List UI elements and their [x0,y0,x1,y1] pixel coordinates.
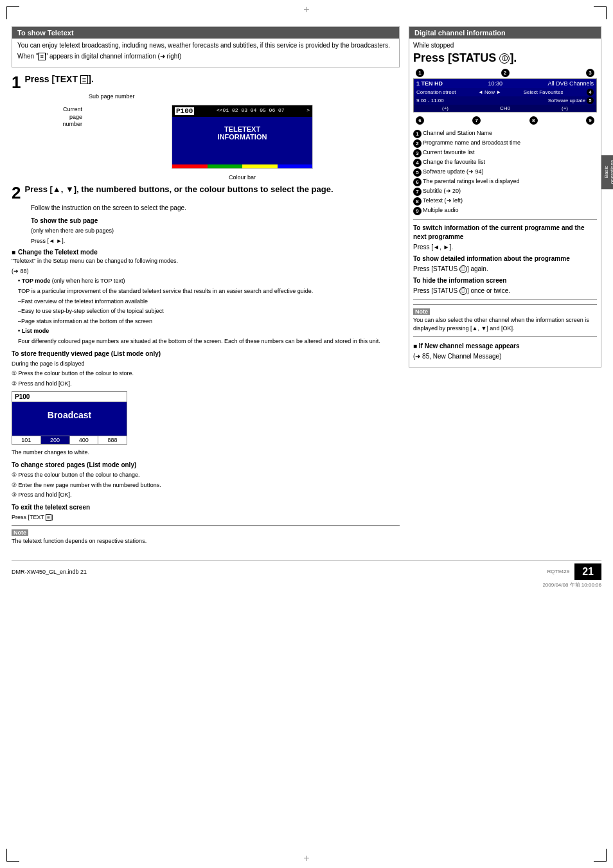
channel-row4-plus1: (+) [442,105,449,111]
callout-item-3: 3 Current favourite list [413,149,597,157]
new-channel-body: (➜ 85, New Channel Message) [413,352,597,361]
callout-item-1: 1 Channel and Station Name [413,130,597,138]
doc-number: RQT9429 [547,569,570,574]
teletext-empty-row3 [172,159,312,164]
sidebar-tab-text: Basicoperations [603,160,613,184]
broadcast-empty [12,428,127,436]
digital-note-box: Note You can also select the other chann… [413,304,597,332]
footer-date: 2009/04/08 午前 10:00:06 [12,581,601,589]
callout-text-2: Programme name and Broadcast time [423,139,520,147]
top-bar [12,13,601,19]
teletext-screen-inner: P100 <<01 02 03 04 05 06 07 > [172,105,312,117]
exit-section: To exit the teletext screen Press [TEXT … [12,503,400,522]
broadcast-footer: 101 200 400 888 [12,436,127,444]
detailed-info-heading: To show detailed information about the p… [413,254,597,263]
callout-7: 7 [472,116,481,125]
channel-row4: (+) CH0 (+) [414,105,596,112]
store-section: To store frequently viewed page (List mo… [12,350,400,457]
top-mode-desc: (only when here is TOP text) [52,278,125,284]
callout-item-4: 4 Change the favourite list [413,159,597,167]
to-show-sub-page-heading: To show the sub page [31,217,400,226]
teletext-empty-row1 [172,149,312,154]
store-heading: To store frequently viewed page (List mo… [12,350,400,359]
digital-section-box: Digital channel information While stoppe… [409,26,601,368]
while-stopped: While stopped [413,41,597,50]
step1-number: 1 [12,74,21,91]
teletext-note-box: Note The teletext function depends on re… [12,525,400,545]
callout-badge-4: 4 [413,159,422,167]
channel-row2-right: Select Favourites [524,89,564,95]
callout-8: 8 [529,116,538,125]
step2-heading: Press [▲, ▼], the numbered buttons, or t… [24,184,333,194]
channel-row1-right: All DVB Channels [547,80,594,87]
channel-row3-time: 9:00 - 11:00 [416,98,444,103]
page-number: 21 [574,563,601,580]
new-channel-heading: ■ If New channel message appears [413,342,597,351]
callout-badge-7: 7 [413,188,422,196]
broadcast-footer-200: 200 [41,436,70,444]
switch-info-heading: To switch information of the current pro… [413,224,597,242]
callout-badge-5: 5 [413,168,422,177]
detailed-info-body: Press [STATUS ⓘ] again. [413,265,597,274]
callout-4-inline: 4 [587,89,594,96]
exit-icon: ≡ [46,514,51,521]
change-teletext-intro: "Teletext" in the Setup menu can be chan… [12,257,400,265]
broadcast-content: Broadcast [12,402,127,428]
step1-text-icon: ≡ [80,75,88,84]
footer-right-group: RQT9429 21 [547,563,601,580]
callout-item-6: 6 The parental ratings level is displaye… [413,178,597,186]
store-item1: ① Press the colour button of the colour … [12,369,400,378]
channel-row1-left: 1 TEN HD [416,80,443,87]
callout-badge-9: 9 [413,207,422,215]
channel-row2: Coronation street ◄ Now ► Select Favouri… [414,88,596,96]
teletext-intro: You can enjoy teletext broadcasting, inc… [17,41,394,50]
page-outer: To show Teletext You can enjoy teletext … [0,0,613,868]
callout-text-5: Software update (➜ 94) [423,168,484,176]
step2-details: To show the sub page (only when there ar… [31,217,400,245]
callout-item-7: 7 Subtitle (➜ 20) [413,188,597,196]
callout-5-inline: 5 [587,97,594,104]
teletext-section-title: To show Teletext [17,29,74,37]
change-stored-item1: ① Press the colour button of the colour … [12,471,400,479]
broadcast-screen-header: P100 [12,392,127,402]
colour-bar-label: Colour bar [85,174,400,181]
callout-3: 3 [586,69,594,77]
teletext-screen: P100 <<01 02 03 04 05 06 07 > TELETEXTIN… [172,105,313,169]
page-footer: DMR-XW450_GL_en.indb 21 RQT9429 21 [12,560,601,580]
callout-badge-8: 8 [413,197,422,206]
store-body1: During the page is displayed [12,360,400,368]
teletext-header-right: > [306,107,310,115]
step1-header: 1 Press [TEXT ≡]. [12,74,400,91]
step1-container: 1 Press [TEXT ≡]. Sub page number Curren… [12,74,400,181]
current-page-label: Currentpagenumber [31,106,82,128]
callout-item-8: 8 Teletext (➜ left) [413,197,597,206]
hide-info-body: Press [STATUS ⓘ] once or twice. [413,287,597,296]
footer-left: DMR-XW450_GL_en.indb 21 [12,569,87,575]
channel-row2-center: ◄ Now ► [478,89,501,95]
top-mode-label-text: • TOP mode [18,278,50,284]
digital-box-content: While stopped Press [STATUS ⓘ]. 1 2 3 [409,39,601,367]
top-bar-right [600,13,601,19]
step2-container: 2 Press [▲, ▼], the numbered buttons, or… [12,184,400,245]
callout-6: 6 [416,116,424,125]
divider-3 [413,336,597,337]
callout-badge-1: 1 [413,130,422,138]
callout-item-5: 5 Software update (➜ 94) [413,168,597,177]
hide-info-heading: To hide the information screen [413,276,597,285]
channel-row3-right: Software update [548,98,585,103]
new-channel-section: ■ If New channel message appears (➜ 85, … [413,342,597,361]
list-mode-section: • List mode Four differently coloured pa… [18,327,400,345]
list-mode-body: Four differently coloured page numbers a… [18,337,400,346]
sidebar-tab: Basicoperations [601,155,613,189]
step1-left-labels: Currentpagenumber [31,101,82,128]
callout-text-1: Channel and Station Name [423,130,492,137]
exit-heading: To exit the teletext screen [12,503,400,512]
sub-page-label: Sub page number [89,93,400,100]
teletext-when: When "≡" appears in digital channel info… [17,52,394,61]
broadcast-footer-888: 888 [98,436,127,444]
change-teletext-mode-heading: ■ Change the Teletext mode [12,249,400,256]
step1-heading-text: Press [TEXT ≡]. [24,74,93,85]
to-show-sub-page-body2: Press [◄ ►]. [31,237,400,245]
list-mode-label-text: • List mode [18,328,49,334]
left-column: To show Teletext You can enjoy teletext … [12,26,400,547]
